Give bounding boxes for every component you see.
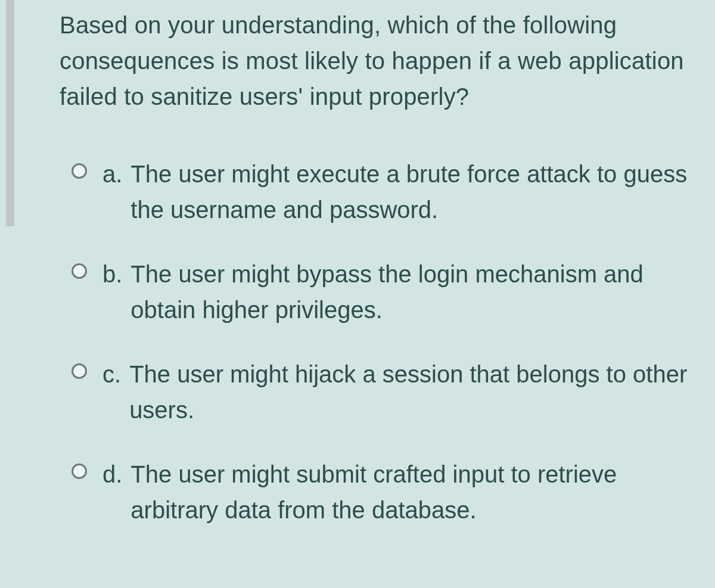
option-b[interactable]: b. The user might bypass the login mecha… — [72, 256, 691, 328]
option-text: The user might hijack a session that bel… — [129, 356, 691, 428]
option-letter: d. — [102, 456, 122, 492]
option-text: The user might bypass the login mechanis… — [130, 256, 691, 328]
question-card: Based on your understanding, which of th… — [0, 0, 715, 588]
radio-icon[interactable] — [72, 463, 87, 479]
option-a[interactable]: a. The user might execute a brute force … — [72, 156, 691, 228]
option-letter: b. — [102, 256, 122, 292]
option-text: The user might submit crafted input to r… — [130, 456, 691, 528]
left-accent-bar — [6, 0, 14, 226]
option-body: c. The user might hijack a session that … — [102, 356, 691, 428]
radio-icon[interactable] — [72, 163, 87, 179]
option-letter: c. — [102, 356, 121, 392]
question-text: Based on your understanding, which of th… — [60, 7, 691, 114]
option-body: d. The user might submit crafted input t… — [102, 456, 691, 528]
radio-icon[interactable] — [72, 363, 87, 379]
option-body: a. The user might execute a brute force … — [102, 156, 691, 228]
option-body: b. The user might bypass the login mecha… — [102, 256, 691, 328]
question-content: Based on your understanding, which of th… — [60, 7, 691, 556]
option-letter: a. — [102, 156, 122, 192]
options-list: a. The user might execute a brute force … — [60, 156, 691, 528]
option-text: The user might execute a brute force att… — [130, 156, 691, 228]
option-d[interactable]: d. The user might submit crafted input t… — [72, 456, 691, 528]
radio-icon[interactable] — [72, 263, 87, 279]
option-c[interactable]: c. The user might hijack a session that … — [72, 356, 691, 428]
